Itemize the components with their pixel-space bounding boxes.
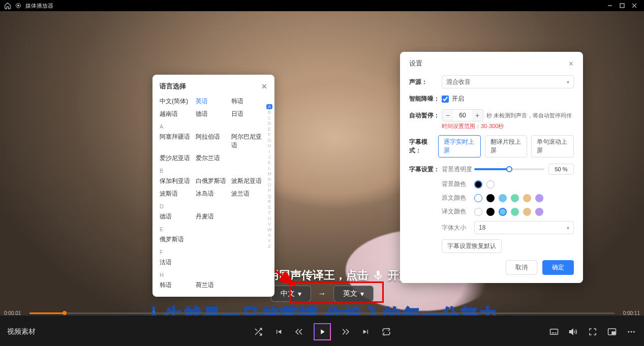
cancel-button[interactable]: 取消 [506,260,537,275]
color-swatch[interactable] [535,194,543,202]
lang-option[interactable]: 阿塞拜疆语 [160,133,196,150]
alpha-letter[interactable]: B [266,110,272,115]
seek-bar[interactable] [29,312,615,314]
volume-icon[interactable] [568,326,579,337]
alpha-letter[interactable]: H [266,143,272,148]
lang-option[interactable]: 阿拉伯语 [196,133,232,150]
lang-option[interactable]: 丹麦语 [196,212,232,221]
alpha-letter[interactable]: U [266,216,272,221]
color-swatch[interactable] [474,180,482,188]
alpha-letter[interactable]: D [266,121,272,126]
home-icon[interactable] [4,2,11,9]
alpha-letter[interactable]: G [266,138,272,143]
alpha-letter[interactable]: X [266,233,272,238]
lang-option[interactable]: 荷兰语 [196,281,232,290]
color-swatch[interactable] [474,194,482,202]
ok-button[interactable]: 确定 [542,260,574,275]
lang-option[interactable]: 韩语 [160,281,196,290]
lang-option[interactable]: 白俄罗斯语 [196,177,232,185]
stepper-plus[interactable]: + [472,109,483,121]
stepper-minus[interactable]: − [442,109,453,121]
source-lang-dropdown[interactable]: 中文 ▾ [271,286,311,302]
close-button[interactable] [629,0,640,11]
alpha-letter[interactable]: P [266,188,272,193]
lang-option[interactable]: 波兰语 [231,190,267,198]
alpha-letter[interactable]: Q [266,194,272,199]
forward-icon[interactable] [340,326,351,337]
alpha-letter[interactable]: W [266,227,272,232]
lang-option[interactable]: 俄罗斯语 [160,235,196,244]
lang-option[interactable]: 爱尔兰语 [196,154,232,163]
alpha-letter[interactable]: E [266,127,272,132]
lang-option[interactable]: 阿尔巴尼亚语 [231,133,267,150]
alpha-letter[interactable]: I [266,149,272,154]
lang-option[interactable]: 冰岛语 [196,190,232,198]
alpha-letter[interactable]: R [266,199,272,204]
close-icon[interactable]: ✕ [261,82,267,90]
alpha-letter[interactable]: K [266,160,272,165]
shuffle-icon[interactable] [253,326,264,337]
submode-option[interactable]: 逐字实时上屏 [438,135,481,158]
color-swatch[interactable] [523,194,531,202]
alpha-letter[interactable]: M [266,171,272,176]
lang-option[interactable]: 波斯语 [160,190,196,198]
autopause-stepper[interactable]: − 60 + [442,109,483,121]
source-select[interactable]: 混合收音 ▾ [442,75,574,88]
fontsize-select[interactable]: 18 ▾ [474,221,574,234]
alpha-index[interactable]: ABCDEFGHIJKLMNOPQRSTUVWXYZ [266,104,272,249]
color-swatch[interactable] [486,180,495,188]
lang-option[interactable]: 德语 [160,212,196,221]
alpha-letter[interactable]: T [266,210,272,215]
opacity-slider[interactable] [474,168,544,170]
lang-option[interactable]: 爱沙尼亚语 [160,154,196,163]
color-swatch[interactable] [486,208,495,216]
lang-option[interactable]: 法语 [160,258,196,267]
minimize-button[interactable] [604,0,616,11]
alpha-letter[interactable]: O [266,182,272,187]
loop-icon[interactable] [381,326,392,337]
alpha-letter[interactable]: A [266,104,272,109]
more-icon[interactable] [626,326,637,337]
color-swatch[interactable] [499,194,507,202]
alpha-letter[interactable]: F [266,132,272,137]
color-swatch[interactable] [511,208,519,216]
prev-icon[interactable] [273,326,284,337]
target-lang-dropdown[interactable]: 英文 ▾ [333,286,374,302]
video-area[interactable]: 欢迎使用同声传译王，点击 开始 中文 ▾ → 英文 ▾ 人生就是一只储蓄罐 你投… [0,11,644,316]
alpha-letter[interactable]: N [266,177,272,182]
color-swatch[interactable] [499,208,507,216]
arrow-right-icon: → [318,289,326,298]
alpha-letter[interactable]: C [266,115,272,120]
submode-option[interactable]: 翻译片段上屏 [485,135,528,158]
alpha-letter[interactable]: V [266,222,272,227]
lang-option[interactable]: 保加利亚语 [160,177,196,185]
color-swatch[interactable] [511,194,519,202]
next-icon[interactable] [360,326,372,337]
alpha-letter[interactable]: J [266,154,272,160]
lang-option[interactable]: 越南语 [160,110,196,118]
lang-option[interactable]: 波斯尼亚语 [231,177,267,185]
reset-subtitle-button[interactable]: 字幕设置恢复默认 [442,239,502,253]
alpha-letter[interactable]: Z [266,244,272,249]
close-icon[interactable]: ✕ [568,60,574,68]
alpha-letter[interactable]: S [266,205,272,210]
color-swatch[interactable] [474,208,482,216]
denoise-checkbox[interactable] [442,96,449,103]
play-button[interactable] [314,323,331,340]
pip-icon[interactable] [606,326,618,337]
lang-option[interactable]: 中文(简体) [160,97,196,106]
fullscreen-icon[interactable] [587,326,598,337]
color-swatch[interactable] [486,194,495,202]
lang-option[interactable]: 英语 [196,97,232,106]
subtitle-icon[interactable] [548,326,560,337]
color-swatch[interactable] [535,208,543,216]
color-swatch[interactable] [523,208,531,216]
lang-option[interactable]: 德语 [196,110,232,118]
lang-option[interactable]: 韩语 [231,97,267,106]
alpha-letter[interactable]: Y [266,238,272,243]
submode-option[interactable]: 单句滚动上屏 [531,135,574,158]
rewind-icon[interactable] [293,326,304,337]
lang-option[interactable]: 日语 [231,110,267,118]
maximize-button[interactable] [617,0,628,11]
alpha-letter[interactable]: L [266,166,272,171]
